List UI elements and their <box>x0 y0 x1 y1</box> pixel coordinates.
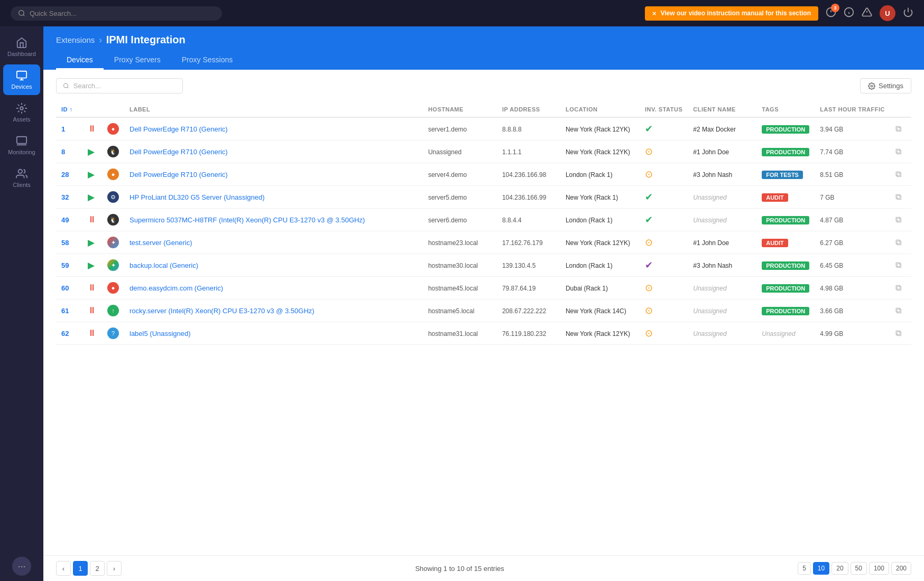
cell-os: 🐧 <box>102 209 124 231</box>
power-icon[interactable] <box>903 7 913 20</box>
per-page-20[interactable]: 20 <box>831 562 848 575</box>
page-prev-button[interactable]: ‹ <box>56 561 71 576</box>
cell-os: ✦ <box>102 231 124 254</box>
page-2-button[interactable]: 2 <box>90 561 105 576</box>
layout: Dashboard Devices Assets Monitoring Clie… <box>0 26 924 581</box>
cell-client: #1 John Doe <box>688 140 756 163</box>
tab-proxy-sessions[interactable]: Proxy Sessions <box>171 51 243 70</box>
tab-devices[interactable]: Devices <box>56 51 104 70</box>
per-page-5[interactable]: 5 <box>798 562 811 575</box>
cell-client: Unassigned <box>688 277 756 299</box>
table-row: 28 ▶ ● Dell PowerEdge R710 (Generic) ser… <box>56 163 911 186</box>
cell-label[interactable]: Dell PowerEdge R710 (Generic) <box>124 140 423 163</box>
table-search-box[interactable] <box>56 78 183 93</box>
tab-proxy-servers[interactable]: Proxy Servers <box>104 51 171 70</box>
cell-location: New York (Rack 12YK) <box>560 117 640 140</box>
sidebar-item-devices[interactable]: Devices <box>3 64 40 95</box>
cell-tags: PRODUCTION <box>756 277 815 299</box>
col-header-os <box>102 102 124 117</box>
sidebar-item-monitoring-label: Monitoring <box>8 149 35 155</box>
cell-action[interactable]: ⧉ <box>890 140 911 163</box>
sidebar-item-monitoring[interactable]: Monitoring <box>3 130 40 161</box>
page-1-button[interactable]: 1 <box>73 561 88 576</box>
cell-label[interactable]: Dell PowerEdge R710 (Generic) <box>124 117 423 140</box>
cell-ip: 76.119.180.232 <box>497 322 560 345</box>
col-header-client: CLIENT NAME <box>688 102 756 117</box>
cell-inv-status: ⊙ <box>640 140 688 163</box>
cell-traffic: 7 GB <box>815 186 890 209</box>
cell-action[interactable]: ⧉ <box>890 254 911 277</box>
cell-label[interactable]: HP ProLiant DL320 G5 Server (Unassigned) <box>124 186 423 209</box>
table-search-input[interactable] <box>73 82 176 90</box>
sidebar-more-button[interactable]: ··· <box>12 557 31 576</box>
cell-label[interactable]: test.server (Generic) <box>124 231 423 254</box>
cell-client: Unassigned <box>688 299 756 322</box>
cell-hostname: server6.demo <box>423 209 497 231</box>
page-next-button[interactable]: › <box>107 561 122 576</box>
cell-action[interactable]: ⧉ <box>890 277 911 299</box>
cell-label[interactable]: demo.easydcim.com (Generic) <box>124 277 423 299</box>
svg-point-17 <box>19 170 22 173</box>
cell-label[interactable]: Supermicro 5037MC-H8TRF (Intel(R) Xeon(R… <box>124 209 423 231</box>
cell-hostname: Unassigned <box>423 140 497 163</box>
cell-ip: 1.1.1.1 <box>497 140 560 163</box>
svg-rect-15 <box>17 137 26 144</box>
cell-client: Unassigned <box>688 322 756 345</box>
cell-action[interactable]: ⧉ <box>890 322 911 345</box>
cell-action[interactable]: ⧉ <box>890 186 911 209</box>
cell-os: ⚙ <box>102 186 124 209</box>
cell-location: New York (Rack 12YK) <box>560 231 640 254</box>
tabs: Devices Proxy Servers Proxy Sessions <box>56 51 911 70</box>
sidebar-item-dashboard[interactable]: Dashboard <box>3 32 40 62</box>
cell-action[interactable]: ⧉ <box>890 117 911 140</box>
cell-label[interactable]: Dell PowerEdge R710 (Generic) <box>124 163 423 186</box>
info-icon[interactable] <box>844 7 854 20</box>
video-banner[interactable]: × View our video instruction manual for … <box>645 6 818 21</box>
main-content: Extensions › IPMI Integration Devices Pr… <box>43 26 924 581</box>
topbar-search-box[interactable] <box>11 6 222 21</box>
cell-label[interactable]: label5 (Unassigned) <box>124 322 423 345</box>
cell-action[interactable]: ⧉ <box>890 231 911 254</box>
settings-button[interactable]: Settings <box>860 78 911 93</box>
per-page-50[interactable]: 50 <box>851 562 867 575</box>
notifications-icon[interactable]: 3 <box>826 7 836 20</box>
cell-traffic: 6.45 GB <box>815 254 890 277</box>
user-avatar[interactable]: U <box>880 5 895 21</box>
alert-icon[interactable] <box>862 7 872 20</box>
video-banner-close[interactable]: × <box>652 10 657 17</box>
cell-action[interactable]: ⧉ <box>890 299 911 322</box>
col-header-id[interactable]: ID ↑ <box>56 102 82 117</box>
cell-id: 61 <box>56 299 82 322</box>
assets-icon <box>16 102 27 114</box>
cell-hostname: server5.demo <box>423 186 497 209</box>
per-page-100[interactable]: 100 <box>869 562 889 575</box>
sidebar: Dashboard Devices Assets Monitoring Clie… <box>0 26 43 581</box>
cell-label[interactable]: rocky.server (Intel(R) Xeon(R) CPU E3-12… <box>124 299 423 322</box>
cell-traffic: 4.99 GB <box>815 322 890 345</box>
cell-os: ● <box>102 277 124 299</box>
sidebar-item-clients[interactable]: Clients <box>3 163 40 193</box>
sidebar-item-assets[interactable]: Assets <box>3 97 40 128</box>
table-row: 8 ▶ 🐧 Dell PowerEdge R710 (Generic) Unas… <box>56 140 911 163</box>
cell-inv-status: ✔ <box>640 209 688 231</box>
video-banner-text: View our video instruction manual for th… <box>661 10 811 17</box>
cell-action[interactable]: ⧉ <box>890 209 911 231</box>
per-page-10[interactable]: 10 <box>813 562 829 575</box>
cell-action[interactable]: ⧉ <box>890 163 911 186</box>
cell-inv-status: ✔ <box>640 254 688 277</box>
cell-traffic: 3.94 GB <box>815 117 890 140</box>
cell-ip: 104.236.166.99 <box>497 186 560 209</box>
search-icon <box>63 82 69 89</box>
pagination-bar: ‹ 1 2 › Showing 1 to 10 of 15 entries 5 … <box>43 555 924 581</box>
per-page-200[interactable]: 200 <box>891 562 911 575</box>
topbar-search-input[interactable] <box>30 10 135 17</box>
cell-ip: 208.67.222.222 <box>497 299 560 322</box>
notification-badge: 3 <box>831 4 839 12</box>
cell-os: ? <box>102 322 124 345</box>
table-row: 49 ⏸ 🐧 Supermicro 5037MC-H8TRF (Intel(R)… <box>56 209 911 231</box>
cell-tags: Unassigned <box>756 322 815 345</box>
cell-label[interactable]: backup.local (Generic) <box>124 254 423 277</box>
col-header-label: LABEL <box>124 102 423 117</box>
breadcrumb-parent[interactable]: Extensions <box>56 35 95 44</box>
cell-inv-status: ⊙ <box>640 322 688 345</box>
